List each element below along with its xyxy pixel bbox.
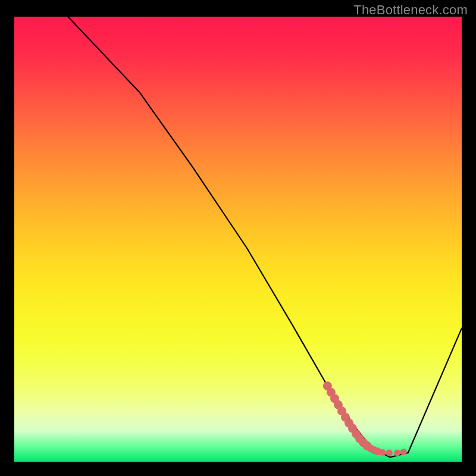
- marker-dot: [379, 449, 386, 456]
- curve-line: [14, 0, 462, 457]
- marker-dot: [394, 450, 400, 456]
- marker-dot: [386, 450, 393, 456]
- highlight-markers: [323, 381, 407, 456]
- marker-dot: [400, 449, 407, 455]
- watermark-text: TheBottleneck.com: [353, 2, 468, 18]
- chart-svg: [14, 17, 462, 462]
